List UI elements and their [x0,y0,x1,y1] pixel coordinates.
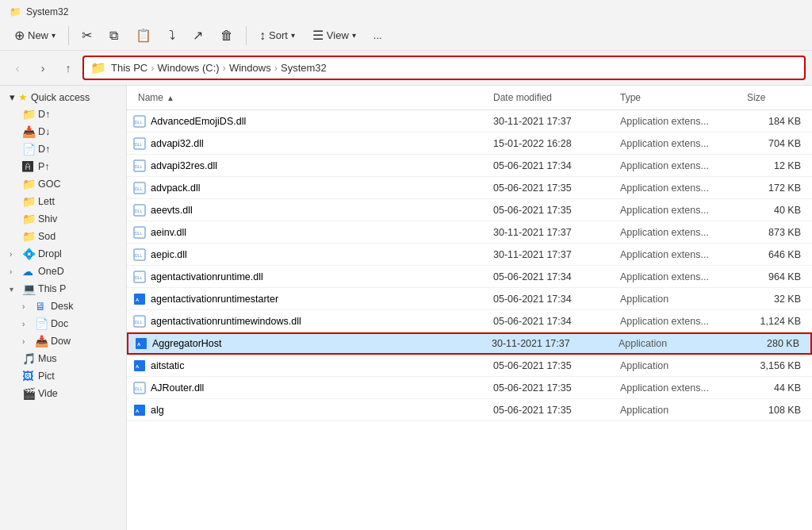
sort-chevron-icon: ▾ [291,31,295,40]
doc-icon: 📄 [22,143,35,156]
table-row[interactable]: A alg 05-06-2021 17:35 Application 108 K… [127,399,812,421]
table-row[interactable]: A aitstatic 05-06-2021 17:35 Application… [127,355,812,377]
breadcrumb-windows-c[interactable]: Windows (C:) [158,62,220,74]
window-title: System32 [26,6,68,17]
file-type: Application [615,359,742,373]
sort-asc-icon: ▲ [167,94,174,102]
sidebar-item-goc[interactable]: 📁 GOC [3,175,123,193]
cut-icon: ✂ [82,28,92,43]
table-row[interactable]: DLL aeevts.dll 05-06-2021 17:35 Applicat… [127,199,812,221]
file-size: 964 KB [742,270,806,284]
sidebar-item-lett[interactable]: 📁 Lett [3,193,123,210]
sep-2: › [223,62,226,74]
sidebar-item-label: P↑ [38,161,50,172]
table-row[interactable]: DLL advapi32res.dll 05-06-2021 17:34 App… [127,155,812,177]
file-name: agentactivationruntimewindows.dll [151,316,301,327]
copy-button[interactable]: ⧉ [102,25,126,47]
col-size[interactable]: Size [742,89,806,106]
separator-2 [246,26,247,45]
file-size: 44 KB [742,381,806,395]
col-name[interactable]: Name ▲ [133,89,488,106]
delete-button[interactable]: 🗑 [213,25,241,47]
sidebar-item-documents[interactable]: › 📄 Doc [3,315,123,332]
sidebar-item-p[interactable]: 🅰 P↑ [3,158,123,175]
up-button[interactable]: ↑ [57,57,79,79]
table-row[interactable]: DLL agentactivationruntimewindows.dll 05… [127,310,812,332]
paste-button[interactable]: 📋 [128,24,159,47]
table-row[interactable]: DLL aeinv.dll 30-11-2021 17:37 Applicati… [127,221,812,244]
chevron-down-icon: ▾ [10,91,15,103]
sidebar-item-music[interactable]: 🎵 Mus [3,350,123,367]
table-row[interactable]: DLL AJRouter.dll 05-06-2021 17:35 Applic… [127,377,812,399]
separator-1 [68,26,69,45]
new-button[interactable]: ⊕ New ▾ [6,24,63,47]
dll-icon: DLL [133,248,146,261]
table-row[interactable]: A AggregatorHost 30-11-2021 17:37 Applic… [127,332,812,355]
address-bar[interactable]: 📁 This PC › Windows (C:) › Windows › Sys… [82,56,806,80]
file-name: AggregatorHost [152,338,222,349]
app-icon: A [133,404,146,417]
sidebar-item-d2[interactable]: 📥 D↓ [3,123,123,140]
rename-button[interactable]: ⤵ [161,25,183,47]
sidebar-item-label: D↑ [38,144,50,155]
sidebar-item-videos[interactable]: 🎬 Vide [3,385,123,402]
file-size: 646 KB [742,248,806,262]
forward-button[interactable]: › [32,57,54,79]
table-row[interactable]: DLL advpack.dll 05-06-2021 17:35 Applica… [127,177,812,199]
sort-button[interactable]: ↕ Sort ▾ [251,25,303,47]
file-date: 05-06-2021 17:35 [488,381,615,395]
file-size: 280 KB [741,336,804,351]
sidebar-item-label: GOC [38,179,60,190]
file-size: 12 KB [742,159,806,173]
breadcrumb-system32[interactable]: System32 [281,62,327,74]
breadcrumb-this-pc[interactable]: This PC [111,62,147,74]
table-row[interactable]: A agentactivationruntimestarter 05-06-20… [127,288,812,310]
sidebar-quick-access[interactable]: ▾ ★ Quick access [3,89,123,106]
table-row[interactable]: DLL aepic.dll 30-11-2021 17:37 Applicati… [127,244,812,266]
sidebar-item-downloads[interactable]: › 📥 Dow [3,332,123,350]
download-icon: 📥 [22,125,35,138]
share-button[interactable]: ↗ [185,24,211,47]
sidebar-item-d1[interactable]: 📁 D↑ [3,106,123,123]
file-date: 05-06-2021 17:34 [488,292,615,306]
sidebar-item-desktop[interactable]: › 🖥 Desk [3,298,123,315]
file-date: 30-11-2021 17:37 [488,248,615,262]
file-name-cell: DLL AdvancedEmojiDS.dll [133,113,488,129]
sidebar-item-pictures[interactable]: 🖼 Pict [3,367,123,385]
more-button[interactable]: ... [366,25,390,45]
table-row[interactable]: DLL advapi32.dll 15-01-2022 16:28 Applic… [127,132,812,155]
sidebar-item-onedrive[interactable]: › ☁ OneD [3,263,123,280]
file-type: Application extens... [615,159,742,173]
file-name: alg [151,405,164,416]
sidebar-item-sod[interactable]: 📁 Sod [3,228,123,245]
folder-icon: 📁 [22,213,35,225]
sidebar-item-shiv[interactable]: 📁 Shiv [3,210,123,228]
dll-icon: DLL [133,226,146,239]
col-date-modified[interactable]: Date modified [488,89,615,106]
chevron-right-icon: › [10,267,19,276]
sidebar-item-thispc[interactable]: ▾ 💻 This P [3,280,123,298]
sidebar-item-label: D↑ [38,109,50,120]
file-type: Application extens... [615,314,742,328]
view-button[interactable]: ☰ View ▾ [304,24,364,47]
sidebar-item-d3[interactable]: 📄 D↑ [3,140,123,158]
col-type[interactable]: Type [615,89,742,106]
file-list-area: Name ▲ Date modified Type Size DLL Advan… [127,86,812,530]
chevron-down-icon: ▾ [52,31,56,40]
table-row[interactable]: DLL AdvancedEmojiDS.dll 30-11-2021 17:37… [127,110,812,132]
svg-text:DLL: DLL [135,120,142,125]
copy-icon: ⧉ [109,29,118,43]
file-size: 172 KB [742,181,806,195]
cut-button[interactable]: ✂ [74,24,100,47]
file-type: Application extens... [615,248,742,262]
file-name: agentactivationruntime.dll [151,271,263,282]
desktop-icon: 🖥 [35,300,48,313]
back-button[interactable]: ‹ [6,57,29,79]
sidebar-item-dropbox[interactable]: › 💠 Dropl [3,245,123,263]
file-name-cell: DLL agentactivationruntimewindows.dll [133,313,488,329]
breadcrumb-windows[interactable]: Windows [229,62,271,74]
chevron-right-icon: › [10,250,19,259]
table-row[interactable]: DLL agentactivationruntime.dll 05-06-202… [127,266,812,288]
file-name-cell: DLL aepic.dll [133,247,488,263]
dll-icon: DLL [133,137,146,150]
